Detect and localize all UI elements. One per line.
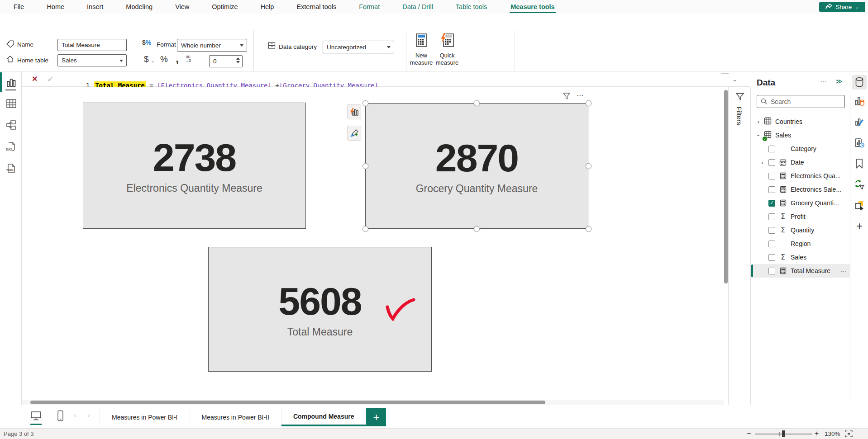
resize-handle-nw[interactable] — [362, 100, 368, 106]
bookmarks-pane-icon[interactable] — [854, 158, 865, 169]
zoom-slider-thumb[interactable] — [782, 430, 785, 437]
field-checkbox[interactable] — [768, 159, 775, 166]
chevron-right-icon[interactable]: › — [756, 118, 761, 125]
thousands-separator-button[interactable]: , — [176, 52, 179, 66]
new-measure-button[interactable]: Newmeasure — [409, 33, 434, 75]
resize-handle-se[interactable] — [586, 226, 591, 232]
formula-bar[interactable]: ✕ ✓ 1Total Measure = [Electronics Quanti… — [22, 71, 750, 87]
field-row-grocery-quantity[interactable]: Grocery Quanti... — [751, 196, 850, 210]
next-page-chevron-icon[interactable]: › — [88, 411, 90, 419]
menu-file[interactable]: File — [14, 3, 24, 10]
report-view-icon[interactable] — [5, 77, 17, 89]
field-row-quantity[interactable]: Σ Quantity — [751, 223, 850, 237]
field-row-electronics-quantity[interactable]: Electronics Qua... — [751, 169, 850, 183]
menu-format[interactable]: Format — [359, 3, 380, 10]
format-visual-button[interactable] — [347, 126, 361, 141]
model-view-icon[interactable] — [5, 119, 17, 131]
data-category-select[interactable]: Uncategorized — [323, 41, 394, 53]
menu-modeling[interactable]: Modeling — [126, 3, 153, 10]
desktop-layout-icon[interactable] — [30, 411, 42, 423]
field-checkbox[interactable] — [768, 186, 775, 193]
home-table-select[interactable]: Sales — [57, 54, 127, 66]
field-row-profit[interactable]: Σ Profit — [751, 210, 850, 223]
data-pane-icon[interactable] — [852, 75, 867, 90]
visual-more-options-icon[interactable]: ⋯ — [577, 91, 584, 99]
search-input[interactable] — [771, 95, 843, 108]
page-tab-1[interactable]: Measures in Power BI-I — [100, 408, 190, 426]
table-row-countries[interactable]: › Countries — [751, 115, 850, 128]
chevron-expanded-icon[interactable]: › — [755, 132, 762, 138]
zoom-out-button[interactable]: − — [747, 429, 751, 439]
visual-filter-icon[interactable] — [563, 92, 571, 102]
page-tab-3-active[interactable]: Compound Measure — [281, 408, 367, 426]
dax-query-view-icon[interactable]: DAX — [5, 141, 17, 153]
field-checkbox[interactable] — [768, 268, 775, 274]
field-row-total-measure[interactable]: Total Measure ⋯ — [751, 264, 850, 278]
field-checkbox-checked[interactable] — [768, 200, 775, 207]
format-select[interactable]: Whole number — [177, 39, 247, 52]
field-checkbox[interactable] — [768, 241, 775, 247]
share-button[interactable]: Share ⌄ — [819, 2, 865, 12]
sync-slicers-pane-icon[interactable] — [854, 179, 865, 190]
cancel-formula-icon[interactable]: ✕ — [32, 75, 38, 83]
field-row-date[interactable]: › Date — [751, 156, 850, 169]
mobile-layout-icon[interactable] — [57, 410, 64, 423]
zoom-in-button[interactable]: + — [815, 429, 819, 439]
filters-funnel-icon[interactable] — [735, 92, 744, 103]
menu-help[interactable]: Help — [261, 3, 274, 10]
tmdl-view-icon[interactable]: TMDL — [5, 163, 17, 175]
search-box[interactable] — [757, 95, 845, 108]
field-row-sales[interactable]: Σ Sales — [751, 250, 850, 264]
quick-measure-button[interactable]: Quickmeasure — [434, 33, 460, 75]
menu-data-drill[interactable]: Data / Drill — [402, 3, 433, 10]
data-pane-more-icon[interactable]: ⋯ — [820, 78, 827, 86]
field-row-electronics-sales[interactable]: Electronics Sale... — [751, 183, 850, 196]
field-more-options-icon[interactable]: ⋯ — [840, 268, 847, 274]
resize-handle-s[interactable] — [474, 226, 480, 232]
previous-page-chevron-icon[interactable]: ‹ — [74, 411, 76, 419]
commit-formula-icon[interactable]: ✓ — [47, 75, 53, 84]
selection-pane-icon[interactable] — [854, 200, 865, 211]
decimal-places-stepper[interactable] — [236, 57, 240, 63]
fit-to-page-icon[interactable] — [844, 430, 853, 439]
field-checkbox[interactable] — [768, 213, 775, 220]
vertical-scrollbar-thumb[interactable] — [724, 90, 728, 283]
format-pane-icon[interactable] — [854, 117, 865, 127]
horizontal-scrollbar-thumb[interactable] — [30, 401, 545, 404]
expand-formula-icon[interactable]: ⌄ — [732, 76, 739, 82]
table-row-sales[interactable]: › ✓ Sales — [751, 128, 850, 142]
currency-chevron-icon[interactable]: ⌄ — [151, 59, 155, 63]
resize-handle-ne[interactable] — [586, 100, 591, 106]
resize-handle-e[interactable] — [586, 163, 591, 169]
field-row-region[interactable]: Region — [751, 237, 850, 250]
build-visual-icon[interactable] — [854, 96, 865, 107]
resize-handle-w[interactable] — [362, 163, 368, 169]
performance-analyzer-icon[interactable] — [854, 137, 865, 148]
menu-insert[interactable]: Insert — [87, 3, 103, 10]
card-visual-electronics[interactable]: 2738 Electronics Quantity Measure — [83, 103, 306, 229]
field-checkbox[interactable] — [768, 146, 775, 152]
analyze-visual-button[interactable] — [347, 104, 361, 119]
field-checkbox[interactable] — [768, 173, 775, 179]
data-pane-collapse-icon[interactable]: ≫ — [835, 77, 843, 85]
field-row-category[interactable]: Category — [751, 142, 850, 156]
measure-name-input[interactable] — [57, 39, 127, 51]
menu-view[interactable]: View — [175, 3, 189, 10]
card-visual-grocery[interactable]: 2870 Grocery Quantity Measure — [365, 103, 588, 229]
currency-format-button[interactable]: $ — [144, 54, 149, 64]
filters-pane-collapsed[interactable]: Filters — [728, 87, 751, 428]
menu-external-tools[interactable]: External tools — [296, 3, 336, 10]
menu-table-tools[interactable]: Table tools — [456, 3, 487, 10]
table-view-icon[interactable] — [5, 98, 17, 109]
decimal-places-icon[interactable]: .00→0 — [185, 55, 191, 62]
resize-handle-sw[interactable] — [362, 226, 368, 232]
chevron-right-icon[interactable]: › — [759, 159, 765, 166]
formula-scrollbar[interactable] — [721, 73, 729, 74]
menu-optimize[interactable]: Optimize — [212, 3, 238, 10]
menu-measure-tools[interactable]: Measure tools — [510, 3, 556, 10]
page-tab-2[interactable]: Measures in Power BI-II — [190, 408, 281, 426]
field-checkbox[interactable] — [768, 254, 775, 261]
menu-home[interactable]: Home — [47, 3, 64, 10]
resize-handle-n[interactable] — [474, 100, 480, 106]
field-checkbox[interactable] — [768, 227, 775, 234]
